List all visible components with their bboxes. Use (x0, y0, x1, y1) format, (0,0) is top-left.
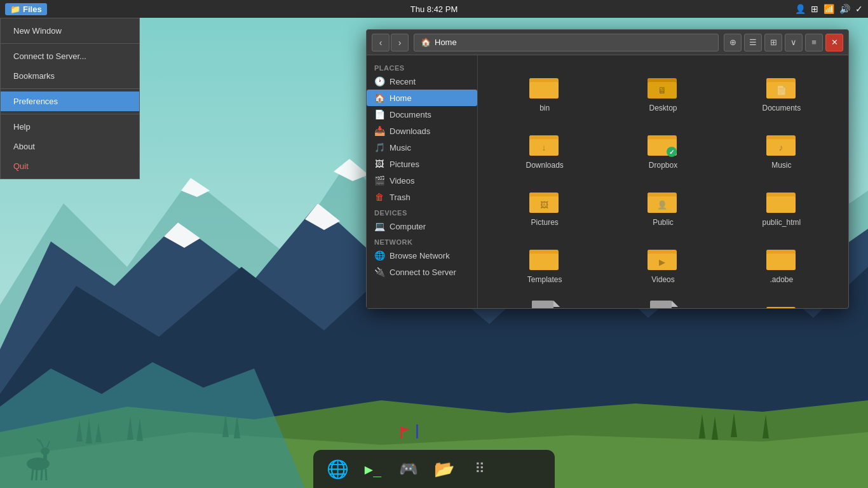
downloads-label: Downloads (526, 161, 563, 170)
menu-connect-server[interactable]: Connect to Server... (1, 46, 139, 66)
menu-quit[interactable]: Quit (1, 156, 139, 176)
sidebar-item-music[interactable]: 🎵 Music (367, 139, 477, 156)
documents-label: Documents (762, 104, 801, 112)
bashrc-icon (648, 299, 678, 308)
menu-button[interactable]: ≡ (805, 34, 823, 51)
menu-new-window[interactable]: New Window (1, 21, 139, 41)
wifi-icon: 📶 (824, 4, 834, 14)
sidebar-item-connect-server[interactable]: 🔌 Connect to Server (367, 264, 477, 280)
file-item-desktop[interactable]: 🖥 Desktop (606, 65, 719, 118)
taskbar-browser[interactable]: 🌐 (321, 452, 354, 485)
taskbar-steam[interactable]: 🎮 (392, 452, 425, 485)
file-item-music[interactable]: ♪ Music (725, 123, 838, 175)
videos-folder-icon: ▶ (648, 242, 678, 273)
bin-folder-icon (529, 71, 560, 101)
file-item-bash-history[interactable]: .bash_history (488, 294, 601, 308)
file-item-templates[interactable]: Templates (488, 237, 601, 289)
file-item-bashrc[interactable]: .bashrc (606, 294, 719, 308)
adobe-label: .adobe (770, 275, 793, 284)
desktop-folder-icon: 🖥 (648, 71, 678, 101)
svg-rect-83 (766, 254, 796, 270)
music-label: Music (771, 161, 791, 170)
file-item-adobe[interactable]: .adobe (725, 237, 838, 289)
window-body: Places 🕐 Recent 🏠 Home 📄 Documents 📥 Dow… (367, 55, 848, 308)
location-bar[interactable]: 🏠 Home (414, 34, 719, 51)
sidebar-item-downloads[interactable]: 📥 Downloads (367, 123, 477, 139)
dropbox-label: Dropbox (649, 161, 677, 170)
taskbar-terminal[interactable]: ▶_ (356, 452, 390, 485)
sidebar-item-pictures[interactable]: 🖼 Pictures (367, 156, 477, 172)
svg-text:♪: ♪ (778, 142, 783, 152)
file-item-pictures[interactable]: 🖼 Pictures (488, 180, 601, 232)
documents-folder-icon: 📄 (766, 71, 797, 101)
nav-buttons: ‹ › (372, 34, 409, 51)
sidebar-item-recent[interactable]: 🕐 Recent (367, 73, 477, 90)
pictures-folder-icon: 🖼 (529, 185, 560, 215)
home-icon: 🏠 (421, 37, 431, 47)
svg-marker-97 (672, 301, 678, 307)
volume-icon: 🔊 (839, 4, 850, 14)
svg-text:👤: 👤 (657, 200, 668, 210)
public-folder-icon: 👤 (648, 185, 678, 215)
sidebar-item-home[interactable]: 🏠 Home (367, 90, 477, 106)
svg-marker-37 (0, 362, 305, 488)
back-button[interactable]: ‹ (372, 34, 390, 51)
svg-text:📄: 📄 (775, 85, 787, 96)
location-text: Home (435, 37, 457, 47)
search-button[interactable]: ⊕ (724, 34, 742, 51)
steam-icon: 🎮 (399, 460, 418, 478)
trash-icon: 🗑 (374, 192, 384, 202)
menu-help[interactable]: Help (1, 117, 139, 137)
places-label: Places (367, 60, 477, 73)
menu-separator-1 (1, 43, 139, 44)
taskbar: 🌐 ▶_ 🎮 📂 ⠿ (313, 450, 555, 488)
music-icon: 🎵 (374, 142, 384, 152)
file-item-cache[interactable]: .cache (725, 294, 838, 308)
home-sidebar-icon: 🏠 (374, 93, 384, 103)
sidebar-item-browse-network[interactable]: 🌐 Browse Network (367, 247, 477, 264)
file-item-videos[interactable]: ▶ Videos (606, 237, 719, 289)
cache-folder-icon (766, 299, 797, 308)
downloads-icon: 📥 (374, 126, 384, 136)
sidebar-item-videos[interactable]: 🎬 Videos (367, 172, 477, 189)
taskbar-files[interactable]: 📂 (428, 452, 461, 485)
bin-label: bin (539, 104, 550, 112)
svg-text:🖥: 🖥 (658, 85, 667, 95)
desktop-label: Desktop (649, 104, 677, 112)
public-html-folder-icon (766, 185, 797, 215)
dropbox-folder-icon: ✓ (648, 128, 678, 158)
sidebar-item-trash[interactable]: 🗑 Trash (367, 189, 477, 205)
svg-text:▶: ▶ (659, 257, 665, 267)
forward-button[interactable]: › (391, 34, 409, 51)
topbar-right: 👤 ⊞ 📶 🔊 ✓ (795, 4, 863, 14)
taskbar-apps[interactable]: ⠿ (463, 452, 496, 485)
context-menu: New Window Connect to Server... Bookmark… (0, 18, 140, 179)
menu-bookmarks[interactable]: Bookmarks (1, 66, 139, 86)
grid-view-button[interactable]: ⊞ (764, 34, 782, 51)
file-item-downloads[interactable]: ↓ Downloads (488, 123, 601, 175)
computer-icon: 💻 (374, 221, 384, 231)
topbar: 📁 Files Thu 8:42 PM 👤 ⊞ 📶 🔊 ✓ (0, 0, 868, 18)
svg-rect-99 (766, 307, 779, 308)
robot-icon: 👤 (795, 4, 806, 14)
topbar-left: 📁 Files (5, 3, 47, 15)
menu-preferences[interactable]: Preferences (1, 92, 139, 111)
menu-about[interactable]: About (1, 137, 139, 156)
files-taskbar-icon: 📂 (434, 459, 454, 479)
public-label: Public (653, 218, 674, 227)
svg-rect-38 (400, 427, 402, 438)
file-item-public-html[interactable]: public_html (725, 180, 838, 232)
sidebar-item-computer[interactable]: 💻 Computer (367, 218, 477, 234)
window-actions: ⊕ ☰ ⊞ ∨ ≡ ✕ (724, 34, 843, 51)
file-item-bin[interactable]: bin (488, 65, 601, 118)
app-title[interactable]: 📁 Files (5, 3, 47, 15)
sidebar-item-documents[interactable]: 📄 Documents (367, 106, 477, 123)
file-item-public[interactable]: 👤 Public (606, 180, 719, 232)
videos-label: Videos (651, 275, 674, 284)
file-item-dropbox[interactable]: ✓ Dropbox (606, 123, 719, 175)
sort-button[interactable]: ∨ (785, 34, 803, 51)
file-item-documents[interactable]: 📄 Documents (725, 65, 838, 118)
close-button[interactable]: ✕ (825, 34, 843, 51)
svg-rect-40 (416, 424, 418, 438)
list-view-button[interactable]: ☰ (744, 34, 762, 51)
